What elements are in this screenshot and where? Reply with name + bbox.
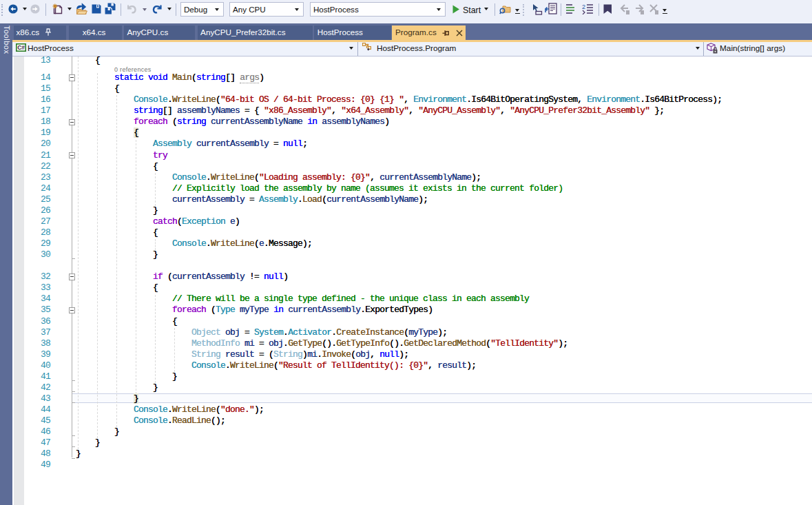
svg-text:C#: C# <box>17 44 25 51</box>
svg-text:2: 2 <box>582 3 585 10</box>
